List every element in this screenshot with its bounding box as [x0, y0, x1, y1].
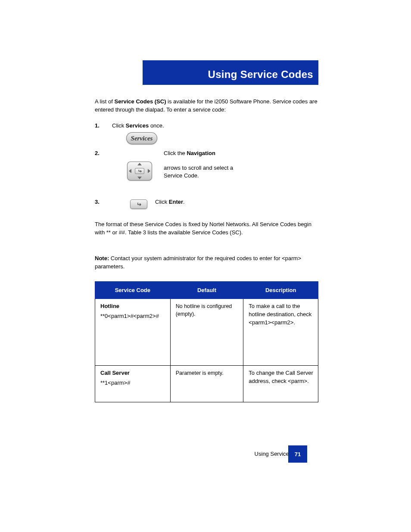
- return-glyph-icon: ↵: [138, 168, 142, 174]
- step-2-line2: arrows to scroll and select a: [164, 165, 319, 171]
- step-3-pre: Click: [155, 199, 169, 205]
- format-paragraph: The format of these Service Codes is fix…: [95, 220, 319, 236]
- section-title-bar: Using Service Codes: [143, 60, 318, 85]
- table-row: Call Server **1<parm># Parameter is empt…: [95, 366, 318, 402]
- navigation-button-icon: ↵: [127, 162, 152, 180]
- cell-callserver-code: Call Server **1<parm>#: [95, 366, 171, 402]
- note-rest: Contact your system administrator for th…: [95, 255, 301, 270]
- table-header-row: Service Code Default Description: [95, 282, 318, 299]
- step-2-line3: Service Code.: [164, 172, 319, 179]
- return-glyph-icon: ↵: [137, 201, 141, 208]
- cell-hotline-default: No hotline is configured (empty).: [170, 299, 243, 366]
- step-1-text-before: Click: [112, 122, 126, 129]
- arrow-left-icon: [129, 169, 131, 173]
- cell-hotline-code: Hotline **0<parm1>#<parm2>#: [95, 299, 171, 366]
- step-2-number: 2.: [95, 149, 100, 158]
- page-number: 71: [288, 445, 307, 463]
- step-2-pre: Click the: [164, 150, 187, 156]
- step-3-bold: Enter: [169, 199, 183, 205]
- table-header-service-code: Service Code: [95, 282, 171, 299]
- step-1: 1. Click Services once.: [112, 122, 319, 130]
- lead-paragraph: A list of Service Codes (SC) is availabl…: [95, 98, 319, 114]
- arrow-down-icon: [137, 177, 142, 179]
- arrow-up-icon: [137, 163, 142, 165]
- enter-inner-icon: ↵: [135, 168, 144, 174]
- services-button-icon: Services: [126, 132, 157, 144]
- enter-button-icon: ↵: [130, 199, 147, 209]
- lead-bold: Service Codes (SC): [115, 98, 166, 105]
- step-3-number: 3.: [95, 198, 100, 206]
- table-header-description: Description: [243, 282, 318, 299]
- arrow-right-icon: [148, 169, 150, 173]
- table-row: Hotline **0<parm1>#<parm2># No hotline i…: [95, 299, 318, 366]
- step-1-text-after: once.: [149, 122, 164, 129]
- step-1-bold: Services: [126, 122, 149, 129]
- cell-callserver-default: Parameter is empty.: [170, 366, 243, 402]
- step-2: 2. Click the Navigation: [112, 149, 319, 158]
- step-2-bold: Navigation: [187, 150, 215, 156]
- callserver-title: Call Server: [100, 369, 166, 377]
- cell-callserver-desc: To change the Call Server address, check…: [243, 366, 318, 402]
- section-title: Using Service Codes: [208, 68, 313, 81]
- cell-hotline-desc: To make a call to the hotline destinatio…: [243, 299, 318, 366]
- step-3-post: .: [183, 199, 185, 205]
- services-button-label: Services: [131, 135, 153, 142]
- callserver-body: **1<parm>#: [100, 379, 166, 387]
- lead-prefix: A list of: [95, 98, 115, 105]
- step-1-number: 1.: [95, 122, 100, 130]
- hotline-body: **0<parm1>#<parm2>#: [100, 312, 166, 320]
- note-paragraph: Note: Contact your system administrator …: [95, 254, 319, 271]
- table-header-default: Default: [170, 282, 243, 299]
- hotline-title: Hotline: [100, 302, 166, 311]
- note-bold: Note:: [95, 255, 109, 261]
- service-codes-table: Service Code Default Description Hotline…: [95, 281, 318, 402]
